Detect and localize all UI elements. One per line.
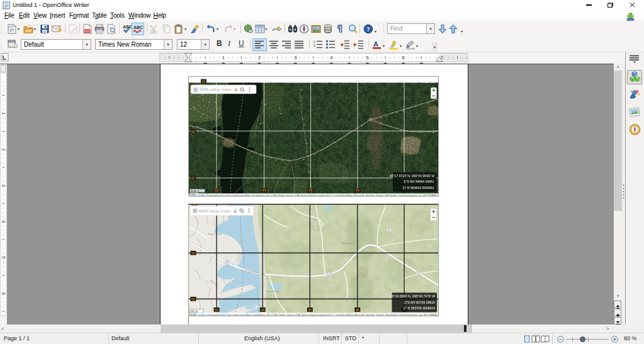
svg-text:6: 6 (402, 55, 405, 60)
svg-text:MGRS, Lat/Lng, or ident...: MGRS, Lat/Lng, or ident... (199, 210, 232, 213)
svg-text:03: 03 (215, 189, 218, 192)
svg-text:PDF: PDF (84, 30, 90, 33)
svg-text:17S MV 84844 06661: 17S MV 84844 06661 (404, 180, 434, 183)
svg-text:ABC: ABC (123, 25, 132, 29)
svg-text:02: 02 (191, 298, 195, 301)
svg-text:62: 62 (388, 228, 391, 231)
svg-text:00: 00 (202, 80, 206, 83)
svg-text:A: A (373, 40, 378, 48)
svg-text:2: 2 (1, 148, 6, 151)
svg-text:MGRS, Lat/Lng, or ident...: MGRS, Lat/Lng, or ident... (200, 88, 233, 91)
svg-text:ABC: ABC (133, 25, 143, 30)
svg-text:62: 62 (417, 272, 421, 275)
svg-text:1: 1 (222, 55, 225, 60)
svg-text:45: 45 (309, 189, 313, 192)
svg-text:5: 5 (366, 55, 369, 60)
svg-text:2: 2 (314, 43, 315, 47)
svg-text:45: 45 (308, 309, 312, 312)
svg-text:3000 ft: 3000 ft (191, 190, 200, 193)
svg-text:36°17.9724' N, 090°04.9699' W: 36°17.9724' N, 090°04.9699' W (390, 174, 434, 178)
svg-text:3: 3 (1, 184, 6, 187)
svg-text:46: 46 (356, 309, 359, 312)
svg-text:07: 07 (191, 177, 195, 180)
svg-text:River Haven: River Haven (208, 233, 222, 236)
svg-text:6: 6 (1, 292, 6, 295)
svg-text:44: 44 (261, 309, 265, 312)
svg-text:500 m: 500 m (191, 309, 198, 312)
svg-text:A: A (235, 88, 238, 92)
svg-text:4: 4 (330, 55, 333, 60)
svg-text:17 N 584843 3906661: 17 N 584843 3906661 (403, 186, 435, 190)
svg-text:3: 3 (294, 55, 297, 60)
svg-text:1: 1 (1, 112, 6, 115)
svg-text:00: 00 (191, 130, 195, 134)
svg-text:62: 62 (329, 272, 332, 275)
svg-text:17 N 583706 3908624: 17 N 583706 3908624 (404, 306, 436, 310)
svg-text:5: 5 (1, 256, 6, 260)
svg-text:A: A (234, 209, 237, 214)
svg-text:44: 44 (263, 189, 266, 192)
svg-text:36°19.0399' N, 090°04.7479' W: 36°19.0399' N, 090°04.7479' W (390, 294, 435, 298)
svg-text:46: 46 (356, 189, 359, 192)
svg-text:03: 03 (215, 309, 218, 312)
svg-text:2: 2 (258, 55, 261, 60)
svg-text:?: ? (367, 26, 370, 33)
svg-text:Reed Creek: Reed Creek (267, 290, 280, 293)
svg-text:17S MV 83706 08620: 17S MV 83706 08620 (404, 301, 435, 304)
svg-text:35: 35 (226, 260, 229, 263)
svg-text:4: 4 (1, 220, 6, 223)
svg-text:00: 00 (191, 252, 195, 255)
svg-text:7: 7 (440, 55, 443, 60)
